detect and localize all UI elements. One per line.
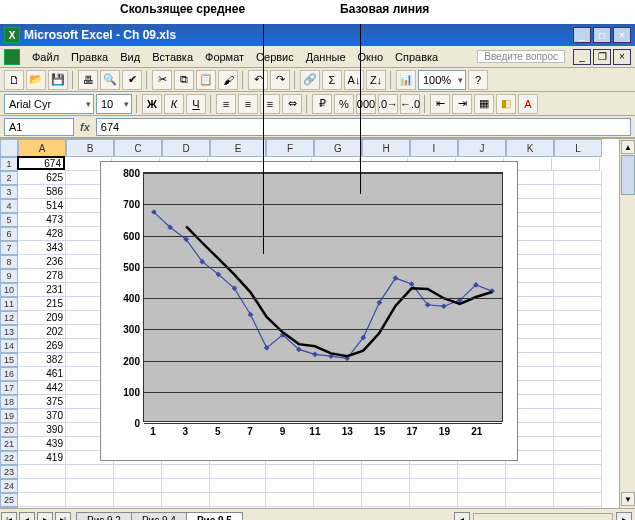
worksheet-area[interactable]: ABCDEFGHIJKL 123456789101112131415161718… <box>0 138 635 508</box>
zoom-select[interactable]: 100% <box>418 70 466 90</box>
cell-G25[interactable] <box>314 493 362 507</box>
hyperlink-icon[interactable]: 🔗 <box>300 70 320 90</box>
cell-A24[interactable] <box>18 479 66 493</box>
row-header-2[interactable]: 2 <box>0 171 18 185</box>
row-header-1[interactable]: 1 <box>0 157 18 171</box>
menu-data[interactable]: Данные <box>300 49 352 65</box>
cell-L21[interactable] <box>554 437 602 451</box>
cell-A12[interactable]: 209 <box>18 311 66 325</box>
cell-E25[interactable] <box>210 493 266 507</box>
select-all-corner[interactable] <box>0 139 18 157</box>
cell-B24[interactable] <box>66 479 114 493</box>
cell-L25[interactable] <box>554 493 602 507</box>
cell-A17[interactable]: 442 <box>18 381 66 395</box>
row-header-3[interactable]: 3 <box>0 185 18 199</box>
cell-H24[interactable] <box>362 479 410 493</box>
name-box[interactable]: A1 <box>4 118 74 136</box>
cell-I26[interactable] <box>410 507 458 508</box>
cell-A11[interactable]: 215 <box>18 297 66 311</box>
cell-D23[interactable] <box>162 465 210 479</box>
hscroll-left-button[interactable]: ◂ <box>454 512 470 521</box>
column-header-B[interactable]: B <box>66 139 114 157</box>
menu-window[interactable]: Окно <box>352 49 390 65</box>
cell-L5[interactable] <box>554 213 602 227</box>
currency-icon[interactable]: ₽ <box>312 94 332 114</box>
cell-L23[interactable] <box>554 465 602 479</box>
redo-icon[interactable]: ↷ <box>270 70 290 90</box>
font-color-icon[interactable]: A <box>518 94 538 114</box>
comma-icon[interactable]: 000 <box>356 94 376 114</box>
increase-indent-icon[interactable]: ⇥ <box>452 94 472 114</box>
minimize-button[interactable]: _ <box>573 27 591 43</box>
fx-icon[interactable]: fx <box>80 121 90 133</box>
cut-icon[interactable]: ✂ <box>152 70 172 90</box>
copy-icon[interactable]: ⧉ <box>174 70 194 90</box>
horizontal-scrollbar[interactable]: ◂ ▸ <box>242 512 635 521</box>
cell-A16[interactable]: 461 <box>18 367 66 381</box>
cell-G26[interactable] <box>314 507 362 508</box>
doc-minimize-button[interactable]: _ <box>573 49 591 65</box>
row-header-24[interactable]: 24 <box>0 479 18 493</box>
cell-I25[interactable] <box>410 493 458 507</box>
column-header-A[interactable]: A <box>18 139 66 157</box>
cell-J24[interactable] <box>458 479 506 493</box>
row-header-12[interactable]: 12 <box>0 311 18 325</box>
cell-L2[interactable] <box>554 171 602 185</box>
row-header-18[interactable]: 18 <box>0 395 18 409</box>
font-select[interactable]: Arial Cyr <box>4 94 94 114</box>
undo-icon[interactable]: ↶ <box>248 70 268 90</box>
decrease-indent-icon[interactable]: ⇤ <box>430 94 450 114</box>
row-header-21[interactable]: 21 <box>0 437 18 451</box>
row-header-15[interactable]: 15 <box>0 353 18 367</box>
cell-I24[interactable] <box>410 479 458 493</box>
percent-icon[interactable]: % <box>334 94 354 114</box>
row-header-13[interactable]: 13 <box>0 325 18 339</box>
cell-L26[interactable] <box>554 507 602 508</box>
cell-D25[interactable] <box>162 493 210 507</box>
row-header-7[interactable]: 7 <box>0 241 18 255</box>
cell-A15[interactable]: 382 <box>18 353 66 367</box>
column-headers[interactable]: ABCDEFGHIJKL <box>18 139 602 157</box>
doc-restore-button[interactable]: ❐ <box>593 49 611 65</box>
column-header-F[interactable]: F <box>266 139 314 157</box>
cell-L10[interactable] <box>554 283 602 297</box>
cell-H23[interactable] <box>362 465 410 479</box>
sheet-tab-0[interactable]: Рис 9.2 <box>76 512 132 521</box>
merge-icon[interactable]: ⇔ <box>282 94 302 114</box>
row-header-5[interactable]: 5 <box>0 213 18 227</box>
cell-F24[interactable] <box>266 479 314 493</box>
cell-A4[interactable]: 514 <box>18 199 66 213</box>
cell-K23[interactable] <box>506 465 554 479</box>
cell-J25[interactable] <box>458 493 506 507</box>
bold-icon[interactable]: Ж <box>142 94 162 114</box>
cell-A14[interactable]: 269 <box>18 339 66 353</box>
row-header-22[interactable]: 22 <box>0 451 18 465</box>
cell-L14[interactable] <box>554 339 602 353</box>
cell-B23[interactable] <box>66 465 114 479</box>
cell-L8[interactable] <box>554 255 602 269</box>
cell-C23[interactable] <box>114 465 162 479</box>
font-size-select[interactable]: 10 <box>96 94 132 114</box>
open-icon[interactable]: 📂 <box>26 70 46 90</box>
cell-F25[interactable] <box>266 493 314 507</box>
underline-icon[interactable]: Ч <box>186 94 206 114</box>
row-header-9[interactable]: 9 <box>0 269 18 283</box>
scroll-down-button[interactable]: ▼ <box>621 492 635 506</box>
row-header-23[interactable]: 23 <box>0 465 18 479</box>
column-header-D[interactable]: D <box>162 139 210 157</box>
cell-G24[interactable] <box>314 479 362 493</box>
cell-A13[interactable]: 202 <box>18 325 66 339</box>
row-header-11[interactable]: 11 <box>0 297 18 311</box>
decrease-decimal-icon[interactable]: ←.0 <box>400 94 420 114</box>
sort-desc-icon[interactable]: Z↓ <box>366 70 386 90</box>
cell-A3[interactable]: 586 <box>18 185 66 199</box>
cell-A7[interactable]: 343 <box>18 241 66 255</box>
cell-J26[interactable] <box>458 507 506 508</box>
cell-L22[interactable] <box>554 451 602 465</box>
column-header-G[interactable]: G <box>314 139 362 157</box>
scroll-up-button[interactable]: ▲ <box>621 140 635 154</box>
column-header-I[interactable]: I <box>410 139 458 157</box>
cell-A26[interactable] <box>18 507 66 508</box>
hscroll-right-button[interactable]: ▸ <box>616 512 632 521</box>
column-header-C[interactable]: C <box>114 139 162 157</box>
